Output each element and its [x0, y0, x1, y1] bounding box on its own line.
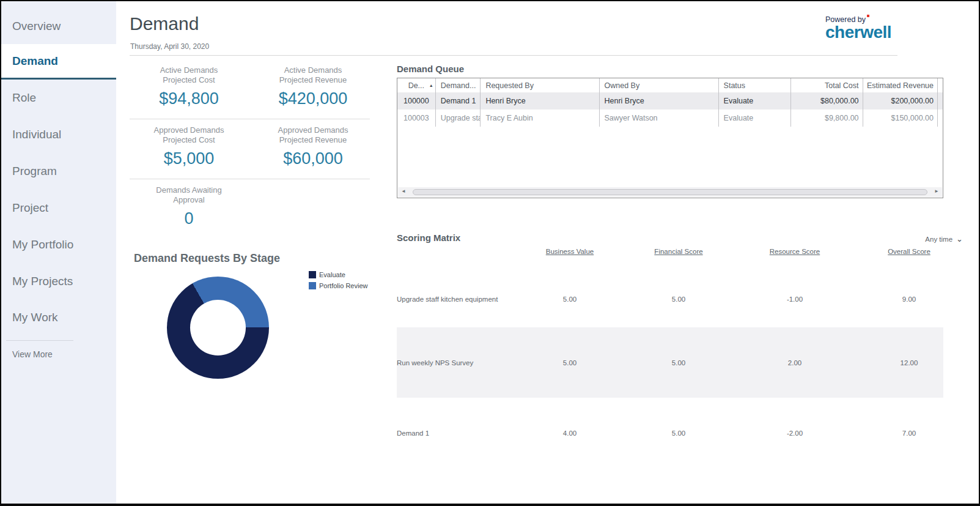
- legend-swatch-portfolio-review: [309, 282, 316, 289]
- column-header-demand-name[interactable]: Demand...: [436, 78, 481, 92]
- scoring-row[interactable]: Upgrade staff kitchen equipment 5.00 5.0…: [397, 270, 943, 327]
- sidebar-item-project[interactable]: Project: [1, 190, 116, 226]
- sidebar-item-role[interactable]: Role: [1, 80, 116, 116]
- sidebar-item-individual[interactable]: Individual: [1, 116, 116, 153]
- column-header-demand-id[interactable]: De... ▲: [397, 78, 436, 92]
- column-header-status[interactable]: Status: [719, 78, 791, 92]
- time-filter-dropdown[interactable]: Any time⌄: [925, 234, 963, 244]
- column-header-resource-score[interactable]: Resource Score: [758, 248, 831, 255]
- kpi-active-demands-cost: Active DemandsProjected Cost $94,800: [128, 65, 250, 108]
- legend-item-portfolio-review: Portfolio Review: [309, 282, 367, 289]
- kpi-divider: [130, 119, 370, 119]
- column-header-owned-by[interactable]: Owned By: [600, 78, 719, 92]
- table-row[interactable]: 100003 Upgrade sta Tracy E Aubin Sawyer …: [397, 110, 943, 127]
- sidebar-item-demand[interactable]: Demand: [1, 44, 116, 80]
- scoring-row[interactable]: Demand 1 4.00 5.00 -2.00 7.00: [397, 398, 943, 468]
- kpi-approved-demands-revenue: Approved DemandsProjected Revenue $60,00…: [252, 125, 374, 168]
- column-header-financial-score[interactable]: Financial Score: [642, 248, 715, 255]
- stage-chart-title: Demand Requests By Stage: [134, 252, 280, 265]
- cherwell-wordmark: cherwell: [825, 24, 899, 40]
- cherwell-logo: Powered by cherwell: [825, 13, 899, 40]
- kpi-active-demands-revenue: Active DemandsProjected Revenue $420,000: [252, 65, 374, 108]
- kpi-demands-awaiting-approval: Demands AwaitingApproval 0: [128, 185, 250, 228]
- stage-chart-legend: Evaluate Portfolio Review: [309, 271, 367, 293]
- scroll-left-icon[interactable]: ◄: [401, 188, 406, 194]
- sidebar-item-my-portfolio[interactable]: My Portfolio: [1, 226, 116, 263]
- column-header-business-value[interactable]: Business Value: [533, 248, 606, 255]
- sidebar-item-my-projects[interactable]: My Projects: [1, 263, 116, 300]
- sidebar-item-program[interactable]: Program: [1, 153, 116, 190]
- header-divider: [130, 55, 897, 56]
- sidebar-item-overview[interactable]: Overview: [1, 9, 116, 44]
- column-header-total-cost[interactable]: Total Cost: [791, 78, 863, 92]
- page-title: Demand: [130, 13, 199, 34]
- legend-swatch-evaluate: [309, 271, 316, 278]
- scoring-matrix-title: Scoring Matrix: [397, 233, 460, 243]
- stage-donut[interactable]: [167, 277, 269, 379]
- kpi-divider: [130, 179, 370, 179]
- demand-queue-table: De... ▲ Demand... Requested By Owned By …: [397, 78, 943, 198]
- scrollbar-thumb[interactable]: [413, 189, 927, 195]
- column-header-overall-score[interactable]: Overall Score: [872, 248, 946, 255]
- column-header-requested-by[interactable]: Requested By: [481, 78, 599, 92]
- legend-item-evaluate: Evaluate: [309, 271, 367, 278]
- view-more-link[interactable]: View More: [1, 341, 116, 368]
- logo-dot: [867, 15, 869, 17]
- kpi-value: $60,000: [252, 149, 374, 168]
- horizontal-scrollbar[interactable]: ◄ ►: [398, 187, 942, 197]
- sidebar: Overview Demand Role Individual Program …: [1, 1, 116, 504]
- kpi-value: 0: [128, 209, 250, 228]
- kpi-value: $5,000: [128, 149, 250, 168]
- kpi-approved-demands-cost: Approved DemandsProjected Cost $5,000: [128, 125, 250, 168]
- demand-queue-title: Demand Queue: [397, 64, 464, 74]
- table-row[interactable]: 100000 Demand 1 Henri Bryce Henri Bryce …: [397, 92, 943, 110]
- main-content: Demand Thursday, April 30, 2020 Powered …: [116, 1, 979, 504]
- column-header-truncated[interactable]: E: [938, 78, 943, 92]
- demand-queue-header-row: De... ▲ Demand... Requested By Owned By …: [397, 78, 943, 92]
- page-date: Thursday, April 30, 2020: [130, 42, 209, 51]
- scroll-right-icon[interactable]: ►: [934, 188, 939, 194]
- sidebar-item-my-work[interactable]: My Work: [1, 300, 116, 335]
- chevron-down-icon: ⌄: [956, 234, 963, 244]
- kpi-value: $94,800: [128, 89, 250, 108]
- cherwell-dashboard: Overview Demand Role Individual Program …: [0, 0, 980, 506]
- scoring-row[interactable]: Run weekly NPS Survey 5.00 5.00 2.00 12.…: [397, 327, 943, 398]
- sort-asc-icon[interactable]: ▲: [429, 83, 433, 87]
- kpi-value: $420,000: [252, 89, 374, 108]
- column-header-estimated-revenue[interactable]: Estimated Revenue: [863, 78, 938, 92]
